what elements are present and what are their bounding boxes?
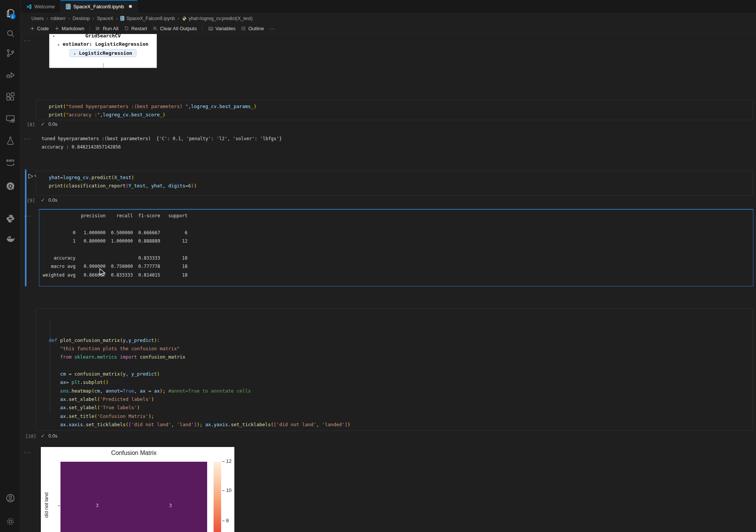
python-icon[interactable] xyxy=(5,213,15,224)
code-line: ax.set_ylabel('True labels') xyxy=(49,404,753,412)
tab-welcome[interactable]: Welcome xyxy=(21,0,60,13)
heatmap-annotation: 3 xyxy=(93,503,101,508)
code-line: ax= plt.subplot() xyxy=(49,378,753,387)
source-control-icon[interactable] xyxy=(5,48,15,58)
code-line: "this function plots the confusion matri… xyxy=(49,345,753,353)
code-line: ax.set_xlabel('Predicted labels') xyxy=(49,395,753,404)
colorbar-tick-label: 12 xyxy=(226,458,231,464)
docker-icon[interactable] xyxy=(5,234,15,244)
testing-flask-icon[interactable] xyxy=(5,136,15,146)
tab-label: Welcome xyxy=(34,4,55,9)
search-icon[interactable] xyxy=(5,28,15,39)
clear-all-outputs-button[interactable]: Clear All Outputs xyxy=(150,25,200,32)
run-all-icon xyxy=(95,26,101,31)
account-icon[interactable] xyxy=(5,493,15,503)
heatmap-cells xyxy=(60,462,207,532)
indent-guide xyxy=(50,320,50,413)
notebook-scroll-area[interactable]: ··· ▸ GridSearchCV ▸ estimator: Logistic… xyxy=(21,34,756,532)
plus-icon xyxy=(54,26,60,31)
code-cell-10[interactable]: def plot_confusion_matrix(y,y_predict): … xyxy=(36,308,753,431)
execution-time-8: 0.0s xyxy=(48,122,57,127)
execution-time-9: 0.0s xyxy=(48,198,57,203)
cell-9-output-selected[interactable]: precision recall f1-score support 0 1.00… xyxy=(39,209,753,286)
code-cell-8[interactable]: print("tuned hpyerparameters :(best para… xyxy=(36,100,753,120)
explorer-badge: 1 xyxy=(10,14,15,19)
run-all-button[interactable]: Run All xyxy=(93,25,121,32)
logistic-regression-box[interactable]: ▸ LogisticRegression xyxy=(70,49,136,57)
run-cell-icon: ▷ xyxy=(28,173,33,179)
code-line: def plot_confusion_matrix(y,y_predict): xyxy=(49,336,753,345)
variables-icon: (x) xyxy=(208,26,214,31)
settings-gear-icon[interactable] xyxy=(5,517,15,527)
vscode-logo-icon xyxy=(26,4,32,9)
restart-button[interactable]: Restart xyxy=(121,25,150,32)
notebook-file-icon xyxy=(66,4,71,9)
success-check-icon: ✓ xyxy=(41,121,45,127)
breadcrumb-users[interactable]: Users xyxy=(31,16,44,21)
mouse-cursor xyxy=(99,268,106,277)
colorbar-tick-label: 8 xyxy=(226,518,229,523)
execution-count-9: [9] xyxy=(27,198,35,203)
add-markdown-cell-button[interactable]: Markdown xyxy=(51,25,87,32)
add-code-cell-button[interactable]: Code xyxy=(27,25,51,32)
remote-explorer-icon[interactable] xyxy=(5,114,15,124)
run-debug-icon[interactable] xyxy=(5,70,15,80)
breadcrumb-robkerr[interactable]: robkerr xyxy=(51,16,66,21)
plus-icon xyxy=(29,26,35,31)
code-line: sns.heatmap(cm, annot=True, ax = ax); #a… xyxy=(49,387,753,395)
output-more-actions-icon[interactable]: ··· xyxy=(24,449,31,455)
breadcrumb-spacex[interactable]: SpaceX xyxy=(97,16,113,21)
toolbar-separator xyxy=(90,26,90,31)
y-tick-label: did not land xyxy=(43,486,49,524)
outline-icon xyxy=(241,26,246,31)
tab-spacex-falcon9-ipynb[interactable]: SpaceX_Falcon9.ipynb xyxy=(60,0,138,13)
execution-count-8: [8] xyxy=(27,122,35,127)
output-line: accuracy : 0.8482142857142856 xyxy=(42,143,282,151)
code-cell-9[interactable]: yhat=logreg_cv.predict(X_test)print(clas… xyxy=(36,171,753,196)
colorbar xyxy=(214,462,221,532)
output-line: precision recall f1-score support xyxy=(43,212,756,220)
gridsearchcv-estimator-widget[interactable]: ▸ GridSearchCV ▸ estimator: LogisticRegr… xyxy=(49,34,157,68)
svg-text:(x): (x) xyxy=(209,28,212,30)
breadcrumb: Users › robkerr › Desktop › SpaceX › Spa… xyxy=(21,13,756,23)
success-check-icon: ✓ xyxy=(41,197,45,203)
widget-connector-line xyxy=(103,63,104,68)
more-actions-button[interactable]: ··· xyxy=(266,25,278,32)
breadcrumb-cell-context[interactable]: yhat=logreg_cv.predict(X_test) xyxy=(182,16,253,21)
aws-icon[interactable]: aws xyxy=(5,158,15,168)
colorbar-tick-mark xyxy=(222,461,225,462)
amazon-q-icon[interactable]: Q xyxy=(5,181,15,191)
cell-8-output: tuned hpyerparameters :(best parameters)… xyxy=(42,135,282,152)
breadcrumb-file[interactable]: SpaceX_Falcon9.ipynb xyxy=(120,16,175,21)
output-line: weighted avg 0.866667 0.833333 0.814815 … xyxy=(43,271,756,279)
code-line: from sklearn.metrics import confusion_ma… xyxy=(49,353,753,361)
extensions-icon[interactable] xyxy=(5,92,15,102)
colorbar-tick-mark xyxy=(222,490,225,491)
success-check-icon: ✓ xyxy=(41,433,45,439)
code-line: ax.xaxis.set_ticklabels(['did not land',… xyxy=(49,421,753,429)
expander-icon[interactable]: ▸ xyxy=(53,34,55,38)
cell-more-actions-icon[interactable]: ··· xyxy=(24,37,31,43)
output-more-actions-icon[interactable]: ··· xyxy=(24,212,31,219)
code-line: cm = confusion_matrix(y, y_predict) xyxy=(49,370,753,378)
output-more-actions-icon[interactable]: ··· xyxy=(24,135,31,142)
code-line: ax.set_title('Confusion Matrix'); xyxy=(49,412,753,421)
code-line: print(classification_report(Y_test, yhat… xyxy=(49,182,753,190)
output-line: macro avg 0.900000 0.750000 0.777778 18 xyxy=(43,262,756,271)
output-line: 0 1.000000 0.500000 0.666667 6 xyxy=(43,229,756,237)
classification-report: precision recall f1-score support 0 1.00… xyxy=(43,212,756,279)
output-line: 1 0.800000 1.000000 0.888889 12 xyxy=(43,237,756,245)
outline-button[interactable]: Outline xyxy=(238,25,266,32)
clear-outputs-icon xyxy=(152,26,158,31)
figure-title: Confusion Matrix xyxy=(60,450,207,456)
toolbar-separator xyxy=(202,26,203,31)
breadcrumb-desktop[interactable]: Desktop xyxy=(73,16,90,21)
output-line: accuracy 0.833333 18 xyxy=(43,254,756,262)
execution-count-10: [10] xyxy=(25,434,36,439)
estimator-line[interactable]: ▸ estimator: LogisticRegression xyxy=(50,41,156,47)
heatmap-annotation: 3 xyxy=(167,503,174,508)
variables-button[interactable]: (x) Variables xyxy=(205,25,238,32)
code-line: yhat=logreg_cv.predict(X_test) xyxy=(49,173,753,182)
modified-dot-icon[interactable] xyxy=(129,5,132,8)
code-line: print("accuracy :",logreg_cv.best_score_… xyxy=(49,111,753,119)
